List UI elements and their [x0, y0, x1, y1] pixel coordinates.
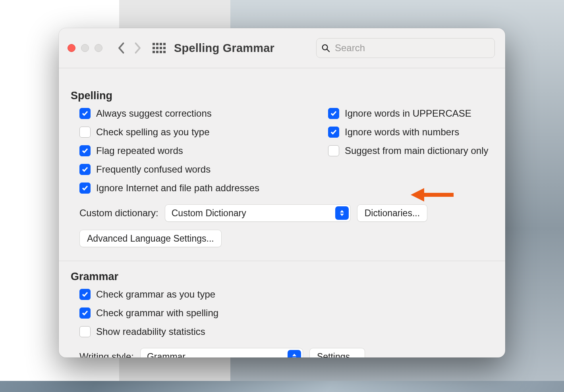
close-window-button[interactable] — [68, 44, 75, 52]
advanced-language-settings-label: Advanced Language Settings... — [87, 233, 214, 244]
svg-rect-6 — [160, 47, 162, 49]
spelling-options-right: Ignore words in UPPERCASEIgnore words wi… — [328, 107, 493, 195]
select-stepper-icon — [335, 206, 349, 220]
grid-icon — [153, 43, 166, 53]
spelling-option-ignore-internet-and-file-path-addresses-label: Ignore Internet and file path addresses — [96, 183, 259, 194]
custom-dictionary-label: Custom dictionary: — [79, 208, 158, 219]
spelling-option-always-suggest-corrections-checkbox[interactable] — [79, 108, 91, 119]
spelling-option-ignore-words-in-uppercase-checkbox[interactable] — [328, 108, 339, 119]
spelling-option-ignore-internet-and-file-path-addresses[interactable]: Ignore Internet and file path addresses — [79, 181, 306, 195]
spelling-option-ignore-internet-and-file-path-addresses-checkbox[interactable] — [79, 183, 91, 194]
spelling-option-flag-repeated-words-label: Flag repeated words — [96, 145, 183, 156]
grammar-settings-label: Settings... — [317, 352, 357, 358]
svg-rect-2 — [160, 43, 162, 45]
spelling-option-always-suggest-corrections[interactable]: Always suggest corrections — [79, 107, 306, 120]
dictionaries-button-label: Dictionaries... — [365, 208, 420, 219]
custom-dictionary-value: Custom Dictionary — [172, 208, 246, 219]
grammar-option-show-readability-statistics-checkbox[interactable] — [79, 326, 91, 337]
spelling-option-flag-repeated-words[interactable]: Flag repeated words — [79, 144, 306, 158]
grammar-option-show-readability-statistics-label: Show readability statistics — [96, 326, 205, 337]
search-icon — [321, 43, 330, 53]
svg-rect-3 — [163, 43, 166, 45]
writing-style-value: Grammar — [147, 352, 185, 358]
writing-style-label: Writing style: — [79, 351, 134, 357]
search-input[interactable] — [334, 42, 490, 54]
show-all-button[interactable] — [153, 41, 166, 55]
spelling-option-suggest-from-main-dictionary-only-label: Suggest from main dictionary only — [345, 145, 489, 156]
svg-rect-9 — [156, 51, 158, 53]
svg-rect-7 — [163, 47, 166, 49]
chevron-left-icon — [118, 42, 125, 54]
grammar-option-check-grammar-as-you-type[interactable]: Check grammar as you type — [79, 288, 493, 301]
dictionaries-button[interactable]: Dictionaries... — [357, 204, 427, 222]
back-button[interactable] — [114, 38, 129, 58]
chevron-right-icon — [134, 42, 141, 54]
spelling-option-ignore-words-with-numbers-label: Ignore words with numbers — [345, 127, 459, 138]
custom-dictionary-select[interactable]: Custom Dictionary — [165, 204, 351, 222]
grammar-settings-button[interactable]: Settings... — [309, 348, 365, 357]
svg-rect-10 — [160, 51, 162, 53]
spelling-option-suggest-from-main-dictionary-only-checkbox[interactable] — [328, 145, 339, 156]
search-field[interactable] — [316, 38, 495, 58]
svg-rect-0 — [153, 43, 155, 45]
select-stepper-icon — [288, 350, 301, 357]
svg-line-13 — [327, 49, 329, 52]
spelling-option-ignore-words-with-numbers-checkbox[interactable] — [328, 127, 339, 138]
minimize-window-button[interactable] — [81, 44, 89, 52]
spelling-option-check-spelling-as-you-type-label: Check spelling as you type — [96, 127, 210, 138]
spelling-option-suggest-from-main-dictionary-only[interactable]: Suggest from main dictionary only — [328, 144, 493, 158]
window-toolbar: Spelling Grammar — [59, 28, 505, 68]
spelling-option-frequently-confused-words[interactable]: Frequently confused words — [79, 163, 306, 176]
svg-rect-1 — [156, 43, 158, 45]
preferences-window: Spelling Grammar Spelling Always suggest… — [59, 28, 505, 357]
grammar-option-show-readability-statistics[interactable]: Show readability statistics — [79, 325, 493, 338]
spelling-heading: Spelling — [71, 90, 493, 102]
grammar-option-check-grammar-with-spelling[interactable]: Check grammar with spelling — [79, 306, 493, 320]
grammar-option-check-grammar-with-spelling-label: Check grammar with spelling — [96, 307, 218, 319]
spelling-option-ignore-words-in-uppercase[interactable]: Ignore words in UPPERCASE — [328, 107, 493, 120]
traffic-lights — [68, 44, 102, 52]
spelling-option-frequently-confused-words-label: Frequently confused words — [96, 164, 211, 175]
section-divider — [59, 261, 505, 261]
grammar-options: Check grammar as you typeCheck grammar w… — [71, 288, 493, 338]
spelling-option-flag-repeated-words-checkbox[interactable] — [79, 145, 91, 156]
grammar-option-check-grammar-with-spelling-checkbox[interactable] — [79, 307, 91, 319]
grammar-option-check-grammar-as-you-type-label: Check grammar as you type — [96, 289, 215, 300]
svg-rect-8 — [153, 51, 155, 53]
spelling-option-check-spelling-as-you-type[interactable]: Check spelling as you type — [79, 125, 306, 139]
grammar-option-check-grammar-as-you-type-checkbox[interactable] — [79, 289, 91, 300]
spelling-options-left: Always suggest correctionsCheck spelling… — [79, 107, 306, 195]
preferences-content: Spelling Always suggest correctionsCheck… — [59, 68, 505, 357]
zoom-window-button[interactable] — [95, 44, 102, 52]
svg-rect-11 — [163, 51, 166, 53]
svg-rect-4 — [153, 47, 155, 49]
advanced-language-settings-button[interactable]: Advanced Language Settings... — [79, 230, 222, 247]
spelling-option-ignore-words-with-numbers[interactable]: Ignore words with numbers — [328, 125, 493, 139]
writing-style-select[interactable]: Grammar — [140, 348, 303, 357]
svg-rect-5 — [156, 47, 158, 49]
forward-button[interactable] — [129, 38, 145, 58]
grammar-heading: Grammar — [71, 271, 493, 283]
window-title: Spelling Grammar — [174, 42, 274, 55]
spelling-option-ignore-words-in-uppercase-label: Ignore words in UPPERCASE — [345, 108, 471, 119]
spelling-option-always-suggest-corrections-label: Always suggest corrections — [96, 108, 212, 119]
spelling-option-frequently-confused-words-checkbox[interactable] — [79, 164, 91, 175]
spelling-option-check-spelling-as-you-type-checkbox[interactable] — [79, 127, 91, 138]
